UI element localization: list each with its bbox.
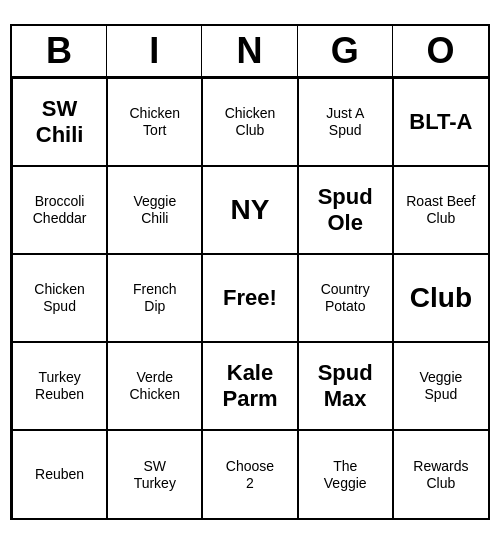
bingo-cell-2: ChickenClub	[202, 78, 297, 166]
header-letter-o: O	[393, 26, 488, 76]
header-letter-b: B	[12, 26, 107, 76]
bingo-card: BINGO SWChiliChickenTortChickenClubJust …	[10, 24, 490, 520]
header-letter-i: I	[107, 26, 202, 76]
bingo-header: BINGO	[12, 26, 488, 78]
header-letter-n: N	[202, 26, 297, 76]
bingo-cell-24: RewardsClub	[393, 430, 488, 518]
bingo-cell-18: SpudMax	[298, 342, 393, 430]
bingo-cell-20: Reuben	[12, 430, 107, 518]
bingo-grid: SWChiliChickenTortChickenClubJust ASpudB…	[12, 78, 488, 518]
bingo-cell-10: ChickenSpud	[12, 254, 107, 342]
bingo-cell-22: Choose2	[202, 430, 297, 518]
bingo-cell-14: Club	[393, 254, 488, 342]
bingo-cell-5: BroccoliCheddar	[12, 166, 107, 254]
bingo-cell-15: TurkeyReuben	[12, 342, 107, 430]
bingo-cell-6: VeggieChili	[107, 166, 202, 254]
bingo-cell-3: Just ASpud	[298, 78, 393, 166]
bingo-cell-1: ChickenTort	[107, 78, 202, 166]
bingo-cell-7: NY	[202, 166, 297, 254]
bingo-cell-16: VerdeChicken	[107, 342, 202, 430]
bingo-cell-9: Roast BeefClub	[393, 166, 488, 254]
bingo-cell-4: BLT-A	[393, 78, 488, 166]
bingo-cell-21: SWTurkey	[107, 430, 202, 518]
bingo-cell-13: CountryPotato	[298, 254, 393, 342]
bingo-cell-8: SpudOle	[298, 166, 393, 254]
bingo-cell-17: KaleParm	[202, 342, 297, 430]
bingo-cell-12: Free!	[202, 254, 297, 342]
bingo-cell-19: VeggieSpud	[393, 342, 488, 430]
bingo-cell-0: SWChili	[12, 78, 107, 166]
bingo-cell-23: TheVeggie	[298, 430, 393, 518]
bingo-cell-11: FrenchDip	[107, 254, 202, 342]
header-letter-g: G	[298, 26, 393, 76]
